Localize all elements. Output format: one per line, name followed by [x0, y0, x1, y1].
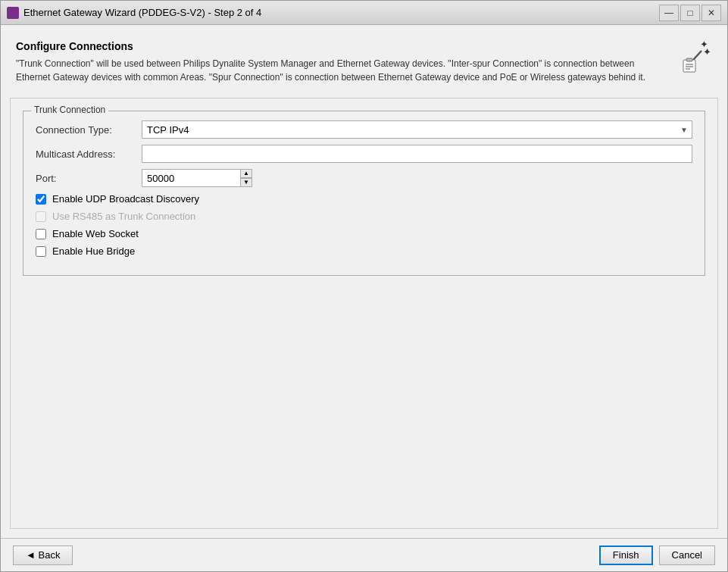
connection-type-wrapper: TCP IPv4 TCP IPv6 UDP	[142, 120, 692, 139]
web-socket-row: Enable Web Socket	[36, 228, 692, 239]
header-title: Configure Connections	[16, 40, 671, 52]
finish-button[interactable]: Finish	[599, 545, 653, 565]
web-socket-label[interactable]: Enable Web Socket	[52, 228, 139, 239]
bottom-bar: ◄ Back Finish Cancel	[1, 538, 727, 571]
port-input[interactable]	[142, 169, 240, 187]
svg-text:✦: ✦	[703, 46, 711, 58]
hue-bridge-label[interactable]: Enable Hue Bridge	[52, 245, 135, 257]
connection-type-label: Connection Type:	[36, 124, 142, 136]
rs485-row: Use RS485 as Trunk Connection	[36, 211, 692, 222]
udp-broadcast-row: Enable UDP Broadcast Discovery	[36, 193, 692, 205]
window-content: Configure Connections "Trunk Connection"…	[1, 25, 727, 538]
port-label: Port:	[36, 173, 142, 184]
close-button[interactable]: ✕	[701, 5, 721, 21]
main-window: Ethernet Gateway Wizard (PDDEG-S-V2) - S…	[0, 0, 728, 572]
header-section: Configure Connections "Trunk Connection"…	[10, 34, 718, 90]
trunk-connection-group: Trunk Connection Connection Type: TCP IP…	[23, 111, 705, 276]
header-icon: ✦ · ✦	[679, 40, 712, 73]
header-text: Configure Connections "Trunk Connection"…	[16, 40, 671, 84]
group-box-title: Trunk Connection	[31, 105, 108, 115]
udp-broadcast-checkbox[interactable]	[36, 194, 46, 205]
maximize-button[interactable]: □	[680, 5, 700, 21]
port-spinner-wrapper: ▲ ▼	[142, 169, 263, 187]
svg-rect-5	[686, 58, 692, 61]
multicast-address-row: Multicast Address:	[36, 145, 692, 163]
port-increment-button[interactable]: ▲	[240, 169, 252, 178]
window-title: Ethernet Gateway Wizard (PDDEG-S-V2) - S…	[23, 7, 659, 18]
rs485-checkbox	[36, 211, 46, 222]
cancel-button[interactable]: Cancel	[659, 545, 715, 565]
main-panel: Trunk Connection Connection Type: TCP IP…	[10, 98, 718, 529]
multicast-address-input[interactable]	[142, 145, 692, 163]
title-bar: Ethernet Gateway Wizard (PDDEG-S-V2) - S…	[1, 1, 727, 25]
multicast-address-label: Multicast Address:	[36, 148, 142, 160]
window-controls: — □ ✕	[659, 5, 721, 21]
udp-broadcast-label[interactable]: Enable UDP Broadcast Discovery	[52, 193, 199, 205]
app-icon	[7, 7, 19, 19]
port-decrement-button[interactable]: ▼	[240, 178, 252, 187]
connection-type-row: Connection Type: TCP IPv4 TCP IPv6 UDP	[36, 120, 692, 139]
hue-bridge-row: Enable Hue Bridge	[36, 245, 692, 257]
rs485-label: Use RS485 as Trunk Connection	[52, 211, 195, 222]
multicast-address-wrapper	[142, 145, 692, 163]
web-socket-checkbox[interactable]	[36, 229, 46, 239]
back-button[interactable]: ◄ Back	[13, 545, 73, 565]
connection-type-select[interactable]: TCP IPv4 TCP IPv6 UDP	[142, 120, 692, 139]
port-row: Port: ▲ ▼	[36, 169, 692, 187]
minimize-button[interactable]: —	[659, 5, 679, 21]
bottom-right: Finish Cancel	[599, 545, 715, 565]
bottom-left: ◄ Back	[13, 545, 73, 565]
hue-bridge-checkbox[interactable]	[36, 246, 46, 257]
port-spinner-buttons: ▲ ▼	[240, 169, 252, 187]
header-description: "Trunk Connection" will be used between …	[16, 57, 671, 84]
